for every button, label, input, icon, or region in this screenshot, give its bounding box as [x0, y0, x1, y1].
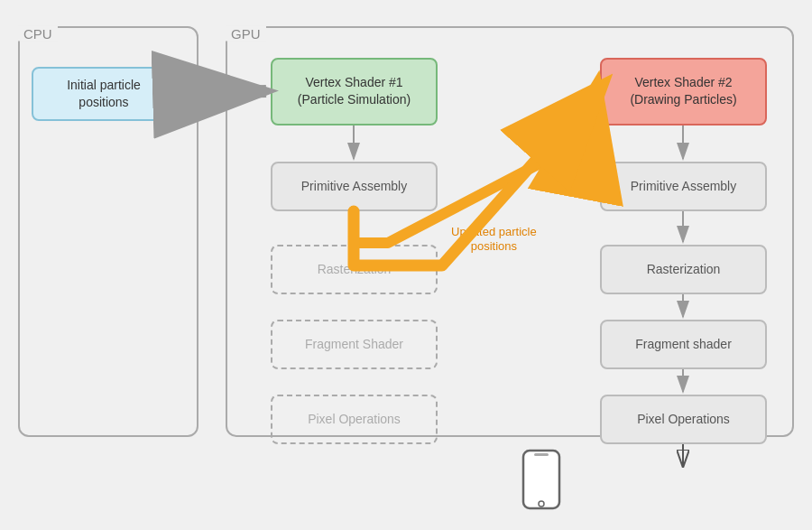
primitive-assembly-2-node: Primitive Assembly — [600, 162, 767, 211]
fragment-shader-1-node: Fragment Shader — [271, 320, 438, 369]
gpu-label: GPU — [226, 25, 266, 41]
phone-icon — [521, 449, 561, 514]
pixel-ops-1-node: Pixel Operations — [271, 395, 438, 444]
pixel-ops-2-node: Pixel Operations — [600, 395, 767, 444]
primitive-assembly-1-node: Primitive Assembly — [271, 162, 438, 211]
initial-positions-node: Initial particle positions — [32, 67, 176, 121]
fragment-shader-2-node: Fragment shader — [600, 320, 767, 369]
rasterization-2-node: Rasterization — [600, 245, 767, 294]
rasterization-1-node: Rasterization — [271, 245, 438, 294]
updated-positions-label: Updated particlepositions — [451, 225, 537, 256]
svg-rect-12 — [534, 453, 549, 456]
svg-rect-11 — [523, 451, 559, 508]
diagram-container: CPU GPU Initial particle positions Verte… — [9, 8, 803, 523]
vertex-shader-1-node: Vertex Shader #1(Particle Simulation) — [271, 58, 438, 126]
vertex-shader-2-node: Vertex Shader #2(Drawing Particles) — [600, 58, 767, 126]
cpu-label: CPU — [18, 25, 58, 41]
